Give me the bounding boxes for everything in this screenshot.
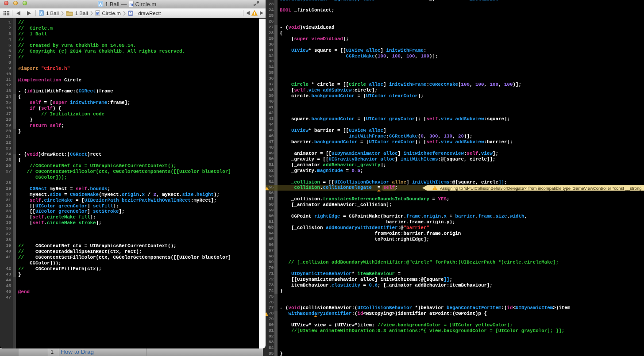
svg-text:m: m (129, 2, 133, 7)
svg-text:m: m (96, 11, 99, 15)
svg-text:M: M (129, 11, 132, 15)
